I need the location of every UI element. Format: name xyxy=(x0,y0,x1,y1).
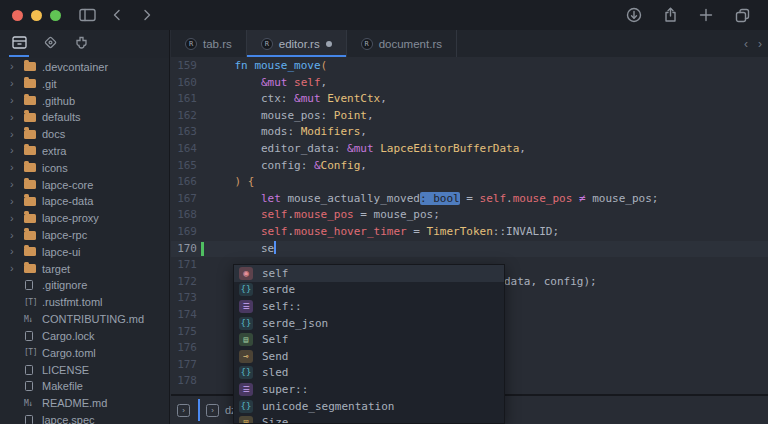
tab-tab.rs[interactable]: Rtab.rs xyxy=(171,30,247,57)
completion-kind-module-icon: {} xyxy=(239,317,253,330)
tree-item-label: lapce-data xyxy=(42,195,93,207)
file-icon xyxy=(24,365,42,375)
gutter-space xyxy=(197,108,208,125)
completion-kind-module-icon: {} xyxy=(239,366,253,379)
completion-kind-struct-icon: ▤ xyxy=(239,333,253,346)
completion-item-Send[interactable]: ⊸Send xyxy=(234,348,504,365)
tree-file-LICENSE[interactable]: LICENSE xyxy=(0,361,169,378)
toml-file-icon: [T] xyxy=(24,348,42,357)
completion-item-serde[interactable]: {}serde xyxy=(234,282,504,299)
minimize-button[interactable] xyxy=(31,10,42,21)
nav-back-button[interactable] xyxy=(105,4,129,26)
code-line-169[interactable]: 169 self.mouse_hover_timer = TimerToken:… xyxy=(171,224,768,241)
gutter-space xyxy=(197,124,208,141)
download-icon xyxy=(626,7,642,23)
tree-folder-target[interactable]: ›target xyxy=(0,260,169,277)
tree-folder-.git[interactable]: ›.git xyxy=(0,75,169,92)
tree-folder-.github[interactable]: ›.github xyxy=(0,92,169,109)
code-line-167[interactable]: 167 let mouse_actually_moved: bool = sel… xyxy=(171,191,768,208)
gutter-space xyxy=(197,141,208,158)
completion-item-Size[interactable]: ⊞Size xyxy=(234,414,504,424)
tree-folder-lapce-core[interactable]: ›lapce-core xyxy=(0,176,169,193)
folder-icon xyxy=(24,247,42,256)
gutter-space xyxy=(197,174,208,191)
file-explorer: ›.devcontainer›.git›.github›defaults›doc… xyxy=(0,59,169,424)
completion-kind-trait-icon: ⊸ xyxy=(239,350,253,363)
folder-icon xyxy=(24,197,42,206)
activity-item-explorer[interactable] xyxy=(8,31,30,57)
completion-item-unicode_segmentation[interactable]: {}unicode_segmentation xyxy=(234,398,504,415)
gutter-space xyxy=(197,290,208,307)
terminal-panel-icon[interactable]: › xyxy=(177,404,190,417)
zoom-button[interactable] xyxy=(50,10,61,21)
close-button[interactable] xyxy=(12,10,23,21)
code-line-160[interactable]: 160 &mut self, xyxy=(171,75,768,92)
code-line-162[interactable]: 162 mouse_pos: Point, xyxy=(171,108,768,125)
sidebar-toggle-button[interactable] xyxy=(75,4,99,26)
tree-file-README.md[interactable]: M↓README.md xyxy=(0,395,169,412)
completion-item-serde_json[interactable]: {}serde_json xyxy=(234,315,504,332)
tree-folder-docs[interactable]: ›docs xyxy=(0,126,169,143)
chevron-right-icon: › xyxy=(10,95,24,106)
completion-item-super::[interactable]: ☰super:: xyxy=(234,381,504,398)
source-control-icon xyxy=(44,35,57,53)
show-all-windows-button[interactable] xyxy=(730,4,754,26)
activity-item-source-control[interactable] xyxy=(39,31,61,57)
tree-file-Makefile[interactable]: Makefile xyxy=(0,378,169,395)
nav-forward-button[interactable] xyxy=(135,4,159,26)
tree-folder-lapce-ui[interactable]: ›lapce-ui xyxy=(0,243,169,260)
tree-file-Cargo.lock[interactable]: Cargo.lock xyxy=(0,328,169,345)
tabs-scroll-right-button[interactable]: › xyxy=(758,37,762,51)
line-number: 167 xyxy=(171,191,197,208)
code-line-159[interactable]: 159 fn mouse_move( xyxy=(171,58,768,75)
tree-folder-.devcontainer[interactable]: ›.devcontainer xyxy=(0,59,169,76)
line-text: &mut self, xyxy=(208,75,768,92)
completion-item-sled[interactable]: {}sled xyxy=(234,365,504,382)
tree-file-.rustfmt.toml[interactable]: [T].rustfmt.toml xyxy=(0,294,169,311)
folder-icon xyxy=(24,180,42,189)
chevron-right-icon: › xyxy=(10,230,24,241)
tree-folder-lapce-data[interactable]: ›lapce-data xyxy=(0,193,169,210)
code-line-161[interactable]: 161 ctx: &mut EventCtx, xyxy=(171,91,768,108)
code-line-164[interactable]: 164 editor_data: &mut LapceEditorBufferD… xyxy=(171,141,768,158)
tree-file-CONTRIBUTING.md[interactable]: M↓CONTRIBUTING.md xyxy=(0,311,169,328)
titlebar xyxy=(0,0,768,30)
tree-folder-icons[interactable]: ›icons xyxy=(0,159,169,176)
line-number: 174 xyxy=(171,307,197,324)
tree-file-Cargo.toml[interactable]: [T]Cargo.toml xyxy=(0,344,169,361)
code-line-163[interactable]: 163 mods: Modifiers, xyxy=(171,124,768,141)
tree-item-label: .devcontainer xyxy=(42,61,108,73)
folder-icon xyxy=(24,231,42,240)
share-button[interactable] xyxy=(658,4,682,26)
tab-document.rs[interactable]: Rdocument.rs xyxy=(347,30,457,57)
tabs-scroll-left-button[interactable]: ‹ xyxy=(744,37,748,51)
completion-item-Self[interactable]: ▤Self xyxy=(234,331,504,348)
tree-item-label: Cargo.lock xyxy=(42,330,95,342)
activity-item-extensions[interactable] xyxy=(70,31,92,57)
tab-editor.rs[interactable]: Reditor.rs xyxy=(247,30,347,57)
tree-folder-defaults[interactable]: ›defaults xyxy=(0,109,169,126)
tree-item-label: README.md xyxy=(42,397,107,409)
gutter-space xyxy=(197,357,208,374)
download-button[interactable] xyxy=(622,4,646,26)
windows-overlap-icon xyxy=(735,8,750,23)
code-line-168[interactable]: 168 self.mouse_pos = mouse_pos; xyxy=(171,207,768,224)
line-text: editor_data: &mut LapceEditorBufferData, xyxy=(208,141,768,158)
folder-icon xyxy=(24,79,42,88)
code-line-170[interactable]: 170 se xyxy=(171,241,768,258)
completion-item-self::[interactable]: ☰self:: xyxy=(234,298,504,315)
gutter-space xyxy=(197,307,208,324)
tree-file-.gitignore[interactable]: .gitignore xyxy=(0,277,169,294)
completion-label: unicode_segmentation xyxy=(262,400,394,413)
tree-folder-lapce-proxy[interactable]: ›lapce-proxy xyxy=(0,210,169,227)
tree-folder-lapce-rpc[interactable]: ›lapce-rpc xyxy=(0,227,169,244)
line-text: ctx: &mut EventCtx, xyxy=(208,91,768,108)
tab-label: tab.rs xyxy=(203,38,232,50)
completion-item-self[interactable]: ◉self xyxy=(234,265,504,282)
code-line-165[interactable]: 165 config: &Config, xyxy=(171,158,768,175)
lapce-window: ›.devcontainer›.git›.github›defaults›doc… xyxy=(0,0,768,424)
new-tab-button[interactable] xyxy=(694,4,718,26)
tree-file-lapce.spec[interactable]: lapce.spec xyxy=(0,412,169,424)
tree-folder-extra[interactable]: ›extra xyxy=(0,143,169,160)
code-line-166[interactable]: 166 ) { xyxy=(171,174,768,191)
